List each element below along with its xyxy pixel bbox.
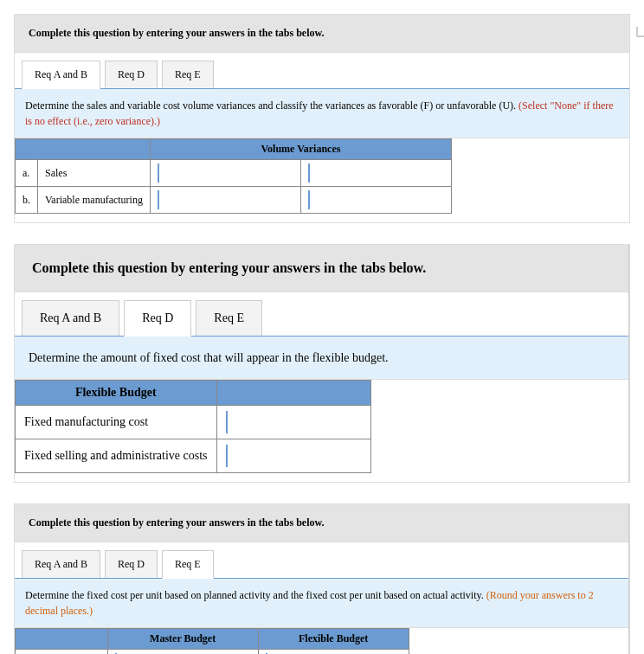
tab-row: Req A and B Req D Req E xyxy=(15,292,629,337)
table-row: Fixed selling and administrative costs xyxy=(16,439,371,473)
tab-req-a-and-b[interactable]: Req A and B xyxy=(22,550,100,578)
variance-amount-input[interactable] xyxy=(158,164,293,183)
instruction-main: Determine the fixed cost per unit based … xyxy=(25,589,484,601)
blank-header xyxy=(16,139,38,160)
instruction-text: Determine the amount of fixed cost that … xyxy=(15,337,629,380)
question-header: Complete this question by entering your … xyxy=(15,15,629,53)
tab-row: Req A and B Req D Req E xyxy=(15,542,629,579)
tab-req-a-and-b[interactable]: Req A and B xyxy=(22,61,100,89)
answer-area: Volume Variances a. Sales b. Variable ma… xyxy=(15,138,629,222)
tab-row: Req A and B Req D Req E xyxy=(15,53,629,89)
tab-req-a-and-b[interactable]: Req A and B xyxy=(22,300,119,336)
flexible-budget-header: Flexible Budget xyxy=(258,629,409,650)
tab-req-e[interactable]: Req E xyxy=(162,61,214,88)
crop-mark-icon xyxy=(636,27,644,37)
variance-amount-input[interactable] xyxy=(158,190,293,209)
row-label: Fixed selling and administrative costs xyxy=(16,439,217,473)
variance-fu-input[interactable] xyxy=(308,164,444,183)
variance-fu-input[interactable] xyxy=(308,190,444,209)
side-border xyxy=(628,504,629,654)
side-border xyxy=(628,245,629,482)
question-block-3: Complete this question by entering your … xyxy=(14,503,630,654)
answer-area: Master Budget Flexible Budget Fixed cost… xyxy=(15,628,629,654)
table-row: a. Sales xyxy=(16,160,452,187)
question-block-1: Complete this question by entering your … xyxy=(14,14,630,223)
fixed-cost-input[interactable] xyxy=(226,445,362,467)
instruction-main: Determine the sales and variable cost vo… xyxy=(25,99,516,112)
tab-req-e[interactable]: Req E xyxy=(162,550,214,579)
row-label: Fixed manufacturing cost xyxy=(16,406,217,439)
master-budget-header: Master Budget xyxy=(107,629,258,650)
question-header: Complete this question by entering your … xyxy=(15,245,629,292)
question-header: Complete this question by entering your … xyxy=(15,504,629,542)
row-label: Sales xyxy=(38,160,151,187)
row-idx: b. xyxy=(16,187,38,214)
instruction-text: Determine the sales and variable cost vo… xyxy=(15,89,629,138)
answer-area: Flexible Budget Fixed manufacturing cost… xyxy=(15,380,629,482)
table-row: Fixed manufacturing cost xyxy=(16,406,371,439)
tab-req-d[interactable]: Req D xyxy=(105,550,158,578)
flexible-budget-header: Flexible Budget xyxy=(16,381,217,406)
instruction-main: Determine the amount of fixed cost that … xyxy=(29,351,389,364)
blank-header xyxy=(16,629,108,650)
flexible-budget-table: Flexible Budget Fixed manufacturing cost… xyxy=(15,380,371,473)
instruction-text: Determine the fixed cost per unit based … xyxy=(15,579,629,628)
row-label: Variable manufacturing xyxy=(38,187,151,214)
tab-req-e[interactable]: Req E xyxy=(196,300,262,336)
question-block-2: Complete this question by entering your … xyxy=(14,244,630,483)
blank-header xyxy=(216,381,370,406)
row-idx: a. xyxy=(16,160,38,187)
row-label: Fixed cost per unit xyxy=(16,650,108,655)
blank-header xyxy=(38,139,151,160)
tab-req-d[interactable]: Req D xyxy=(105,61,158,88)
fixed-cost-input[interactable] xyxy=(226,411,362,433)
tab-req-d[interactable]: Req D xyxy=(124,300,191,337)
volume-variances-table: Volume Variances a. Sales b. Variable ma… xyxy=(15,138,452,214)
fixed-cost-per-unit-table: Master Budget Flexible Budget Fixed cost… xyxy=(15,628,409,654)
table-row: b. Variable manufacturing xyxy=(16,187,452,214)
volume-variances-header: Volume Variances xyxy=(150,139,451,160)
table-row: Fixed cost per unit xyxy=(16,650,409,655)
